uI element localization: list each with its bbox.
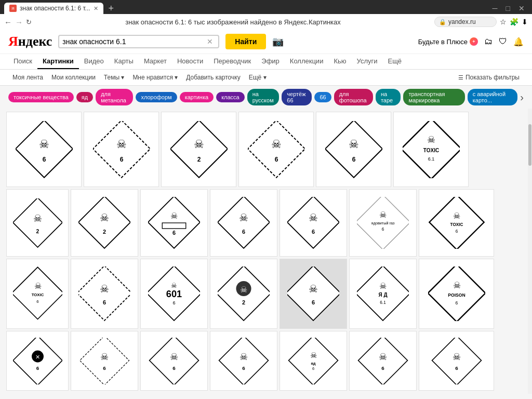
image-item[interactable]: ☠ 601 6 (140, 259, 208, 329)
camera-search-btn[interactable]: 📷 (272, 36, 284, 47)
search-input[interactable] (62, 37, 207, 46)
svg-text:☠: ☠ (309, 212, 318, 223)
show-filters-btn[interactable]: ☰ Показать фильтры (454, 72, 524, 83)
svg-text:☠: ☠ (239, 212, 248, 223)
themes-menu[interactable]: Темы ▾ (100, 72, 129, 83)
image-row-3: ☠ TOXIC 6 ☠ 6 ☠ 601 6 (6, 259, 526, 329)
chip-chloroform[interactable]: хлороформ (136, 92, 177, 102)
bookmark-btn[interactable]: ☆ (500, 18, 507, 26)
active-tab[interactable]: Я знак опасности 6.1: 6 т... ✕ (4, 3, 103, 14)
extensions-btn[interactable]: 🧩 (510, 18, 518, 26)
chips-more-btn[interactable]: › (520, 91, 524, 103)
svg-text:☠: ☠ (34, 282, 41, 290)
image-item[interactable]: ☠ 6 (140, 189, 208, 257)
image-item[interactable]: ☠ TOXIC 6.1 (393, 112, 469, 187)
svg-text:6: 6 (455, 300, 458, 305)
image-item[interactable]: ☠ 6 (419, 331, 494, 391)
svg-text:TOXIC: TOXIC (31, 292, 44, 297)
forward-btn[interactable]: → (15, 18, 23, 26)
image-item[interactable]: ☠ Я Д 6.1 (349, 259, 417, 329)
image-item[interactable]: ☠ 6 (210, 189, 277, 257)
image-item[interactable]: ☠ 2 (161, 112, 236, 187)
tab-search[interactable]: Поиск (8, 54, 37, 69)
image-item[interactable]: ☠ 6 (349, 331, 417, 391)
chip-66[interactable]: 66 (314, 92, 331, 102)
tab-services[interactable]: Услуги (352, 54, 383, 69)
image-item[interactable]: ☠ 6 (140, 331, 208, 391)
image-item[interactable]: ☠ 6 (280, 259, 347, 329)
svg-text:☠: ☠ (453, 351, 461, 362)
image-item[interactable]: ☠ POISON 6 (419, 259, 494, 329)
plus-badge[interactable]: + (470, 37, 478, 46)
url-display[interactable]: yandex.ru (448, 18, 476, 25)
image-item[interactable]: ☠ 2 (71, 189, 138, 257)
chip-russian[interactable]: на русском (247, 89, 280, 105)
chip-poison[interactable]: яд (76, 92, 93, 102)
tab-more[interactable]: Ещё (382, 54, 407, 69)
scrollbar[interactable] (528, 109, 532, 394)
liked-menu[interactable]: Мне нравится ▾ (128, 72, 182, 83)
chip-transport[interactable]: транспортная маркировка (403, 89, 464, 105)
tab-news[interactable]: Новости (172, 54, 208, 69)
image-item[interactable]: ☠ 6 (6, 112, 82, 187)
collection-btn[interactable]: 🗂 (484, 37, 493, 46)
shield-btn[interactable]: 🛡 (499, 37, 507, 46)
back-btn[interactable]: ← (4, 18, 12, 26)
chip-picture[interactable]: картинка (180, 92, 214, 102)
svg-text:☠: ☠ (271, 138, 282, 151)
image-item[interactable]: ☠ 6 (316, 112, 391, 187)
tab-close-btn[interactable]: ✕ (94, 5, 98, 12)
svg-text:6: 6 (312, 299, 315, 305)
svg-text:6: 6 (382, 227, 384, 232)
image-item[interactable]: ☠ 2 (210, 259, 277, 329)
tab-title: знак опасности 6.1: 6 т... (20, 5, 90, 12)
chip-toxic[interactable]: токсичные вещества (8, 92, 74, 102)
tab-market[interactable]: Маркет (139, 54, 172, 69)
hazard-sign-svg: ☠ 6 (325, 121, 382, 178)
tab-maps[interactable]: Карты (109, 54, 139, 69)
scroll-thumb[interactable] (528, 124, 531, 166)
my-feed-link[interactable]: Моя лента (8, 72, 47, 83)
chip-photoshop[interactable]: для фотошопа (334, 89, 373, 105)
svg-text:☠: ☠ (453, 280, 460, 290)
svg-text:POISON: POISON (448, 292, 465, 298)
image-item[interactable]: ✕ 6 (6, 331, 69, 391)
svg-text:☠: ☠ (116, 138, 127, 151)
reload-btn[interactable]: ↻ (26, 18, 32, 26)
bell-btn[interactable]: 🔔 (513, 37, 524, 47)
image-item[interactable]: ☠ 6 (71, 331, 138, 391)
chip-blueprint[interactable]: чертёж 66 (282, 89, 312, 105)
image-item[interactable]: ☠ TOXIC 6 (6, 259, 69, 329)
chip-tare[interactable]: на таре (376, 89, 401, 105)
image-item[interactable]: ☠ ядовитый газ 6 (349, 189, 417, 257)
image-item[interactable]: ☠ 6 (238, 112, 314, 187)
search-box: ✕ (58, 35, 219, 48)
image-item[interactable]: ☠ TOXIC 6 (419, 189, 494, 257)
tab-collections[interactable]: Коллекции (285, 54, 329, 69)
chip-class[interactable]: класса (216, 92, 245, 102)
tab-images[interactable]: Картинки (37, 54, 79, 69)
window-close-btn[interactable]: ✕ (515, 3, 528, 14)
chip-methanol[interactable]: для метанола (96, 89, 133, 105)
window-minimize-btn[interactable]: ─ (489, 3, 501, 14)
search-button[interactable]: Найти (225, 34, 266, 49)
image-item[interactable]: ☠ 6 (210, 331, 277, 391)
tab-q[interactable]: Кью (328, 54, 351, 69)
new-tab-button[interactable]: + (105, 3, 117, 14)
my-collections-link[interactable]: Мои коллекции (47, 72, 100, 83)
more-menu[interactable]: Ещё ▾ (245, 72, 271, 83)
tab-efir[interactable]: Эфир (256, 54, 285, 69)
image-item[interactable]: ☠ яд 6 (280, 331, 347, 391)
image-item[interactable]: ☠ 6 (280, 189, 347, 257)
chip-emergency[interactable]: с аварийной карто... (468, 89, 518, 105)
tab-translate[interactable]: Переводчик (208, 54, 256, 69)
window-maximize-btn[interactable]: □ (503, 3, 513, 14)
svg-text:☠: ☠ (427, 135, 435, 145)
image-item[interactable]: ☠ 2 (6, 189, 69, 257)
image-item[interactable]: ☠ 6 (84, 112, 159, 187)
image-item[interactable]: ☠ 6 (71, 259, 138, 329)
add-card-link[interactable]: Добавить карточку (182, 72, 244, 83)
tab-video[interactable]: Видео (79, 54, 109, 69)
download-btn[interactable]: ⬇ (522, 18, 528, 26)
search-clear-btn[interactable]: ✕ (207, 37, 213, 46)
